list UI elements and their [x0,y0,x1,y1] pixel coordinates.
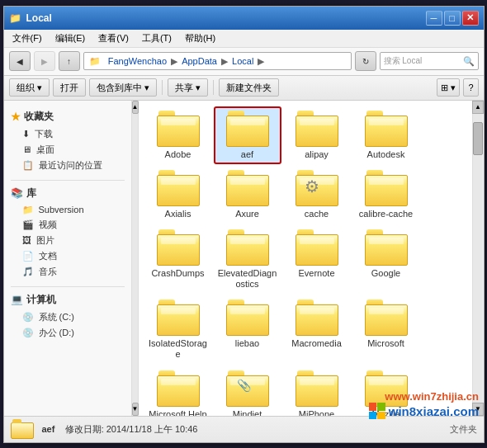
path-appdata[interactable]: AppData [182,56,217,66]
scroll-down-btn[interactable]: ▼ [132,403,139,416]
window-title: Local [26,12,52,24]
title-bar: 📁 Local ─ □ ✕ [4,7,484,30]
path-local[interactable]: Local [232,56,253,66]
address-path[interactable]: 📁 FangWenchao ▶ AppData ▶ Local ▶ [83,52,352,70]
toolbar: 组织 ▾ 打开 包含到库中 ▾ 共享 ▾ 新建文件夹 ⊞ ▾ ? [4,76,484,101]
favorites-label: 收藏夹 [24,110,54,124]
libraries-header[interactable]: 📚 库 [4,184,131,203]
folder-icon-liebao [226,299,269,336]
back-button[interactable]: ◀ [9,51,31,71]
file-item-aef[interactable]: aef [215,107,281,163]
refresh-button[interactable]: ↻ [355,51,376,71]
sidebar: ★ 收藏夹 ⬇ 下载 🖥 桌面 📋 最近访问的位置 [4,101,132,416]
path-icon: 📁 [89,56,101,66]
sidebar-item-download[interactable]: ⬇ 下载 [4,126,131,142]
documents-icon: 📄 [22,251,34,262]
sidebar-item-photos[interactable]: 🖼 图片 [4,233,131,248]
sidebar-item-desktop[interactable]: 🖥 桌面 [4,142,131,158]
scroll-up-content-btn[interactable]: ▲ [472,101,484,114]
file-type-label: 文件夹 [450,423,477,436]
sidebar-item-music[interactable]: 🎵 音乐 [4,264,131,280]
menu-edit[interactable]: 编辑(E) [52,31,89,45]
new-folder-label: 新建文件夹 [226,82,272,94]
file-item-isolated-storage[interactable]: IsolatedStorage [145,296,211,363]
file-item-mindjet[interactable]: 📎 Mindjet [215,367,281,416]
toolbar-separator-2 [213,80,214,95]
file-item-microsoft[interactable]: Microsoft [353,296,419,363]
file-name-macromedia: Macromedia [291,338,342,349]
up-button[interactable]: ↑ [59,51,80,71]
subversion-label: Subversion [39,205,84,215]
new-folder-button[interactable]: 新建文件夹 [219,78,279,97]
file-name-alipay: alipay [305,149,329,160]
file-item-calibre-cache[interactable]: calibre-cache [353,167,419,223]
music-icon: 🎵 [22,266,34,277]
maximize-button[interactable]: □ [444,11,461,26]
open-button[interactable]: 打开 [53,78,86,97]
sidebar-item-system-c[interactable]: 💿 系统 (C:) [4,309,131,325]
folder-icon-axialis [157,170,200,206]
minimize-button[interactable]: ─ [426,11,442,26]
organize-arrow-icon: ▾ [37,83,42,93]
sidebar-item-documents[interactable]: 📄 文档 [4,248,131,264]
forward-button[interactable]: ▶ [34,51,55,71]
computer-header[interactable]: 💻 计算机 [4,290,131,309]
file-name-autodesk: Autodesk [367,149,405,160]
drive-d-icon: 💿 [22,328,34,338]
scroll-thumb[interactable] [473,122,483,155]
file-name-axialis: Axialis [165,209,191,219]
drive-c-icon: 💿 [22,312,34,323]
file-item-alipay[interactable]: alipay [284,107,350,163]
menu-file[interactable]: 文件(F) [9,31,45,45]
file-item-elevated-diagnostics[interactable]: ElevatedDiagnostics [215,226,281,293]
sidebar-item-videos[interactable]: 🎬 视频 [4,217,131,233]
sidebar-item-office-d[interactable]: 💿 办公 (D:) [4,325,131,341]
file-item-macromedia[interactable]: Macromedia [284,296,350,363]
videos-icon: 🎬 [22,219,34,230]
file-item-mozilla[interactable]: Mozilla [353,367,419,416]
libraries-section: 📚 库 📁 Subversion 🎬 视频 🖼 图片 📄 文档 [4,184,131,280]
file-item-crashdumps[interactable]: CrashDumps [145,226,211,293]
computer-icon: 💻 [11,294,23,305]
file-item-autodesk[interactable]: Autodesk [353,107,419,163]
computer-section: 💻 计算机 💿 系统 (C:) 💿 办公 (D:) [4,290,131,341]
share-button[interactable]: 共享 ▾ [168,78,208,97]
favorites-header[interactable]: ★ 收藏夹 [4,107,131,126]
search-box[interactable]: 搜索 Local 🔍 [380,52,479,70]
organize-button[interactable]: 组织 ▾ [9,78,50,97]
sidebar-item-subversion[interactable]: 📁 Subversion [4,203,131,217]
scroll-down-content-btn[interactable]: ▼ [472,403,484,416]
folder-icon-macromedia [296,299,338,336]
file-item-adobe[interactable]: Adobe [145,107,211,163]
help-button[interactable]: ? [463,78,478,97]
file-item-cache[interactable]: ⚙ cache [284,167,350,223]
file-item-microsoft-help[interactable]: Microsoft Help [145,367,211,416]
include-library-button[interactable]: 包含到库中 ▾ [89,78,157,97]
menu-tools[interactable]: 工具(T) [139,31,175,45]
share-label: 共享 [175,82,193,94]
file-item-liebao[interactable]: liebao [215,296,281,363]
include-library-label: 包含到库中 [97,82,142,94]
folder-icon-axure [226,170,269,206]
file-item-axialis[interactable]: Axialis [145,167,211,223]
recent-icon: 📋 [22,160,34,171]
path-fangwenchao[interactable]: FangWenchao [108,56,167,66]
sidebar-divider-1 [11,180,125,181]
file-item-evernote[interactable]: Evernote [284,226,350,293]
file-item-axure[interactable]: Axure [215,167,281,223]
folder-icon-crashdumps [157,229,200,266]
menu-view[interactable]: 查看(V) [95,31,132,45]
download-folder-icon: ⬇ [22,129,30,139]
file-item-miphone[interactable]: MiPhone Manager [284,367,350,416]
file-item-google[interactable]: Google [353,226,419,293]
content-scrollbar[interactable]: ▲ ▼ [472,101,484,416]
file-name-mindjet: Mindjet [233,409,262,416]
views-button[interactable]: ⊞ ▾ [437,78,460,97]
close-button[interactable]: ✕ [462,11,479,26]
sidebar-item-recent[interactable]: 📋 最近访问的位置 [4,158,131,173]
scroll-up-btn[interactable]: ▲ [132,101,139,114]
search-icon: 🔍 [463,56,475,67]
file-name-google: Google [371,268,400,279]
menu-help[interactable]: 帮助(H) [182,31,219,45]
sidebar-scrollbar[interactable]: ▲ ▼ [132,101,139,416]
